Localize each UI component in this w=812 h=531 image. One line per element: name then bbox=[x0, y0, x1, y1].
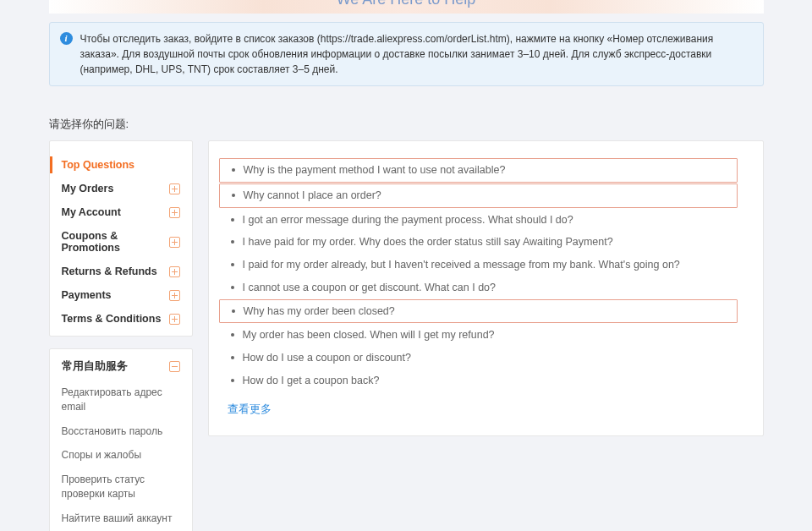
notice-text: Чтобы отследить заказ, войдите в список … bbox=[80, 31, 753, 77]
selfservice-title-text: 常用自助服务 bbox=[62, 359, 128, 374]
selfservice-item-0[interactable]: Редактировать адрес email bbox=[62, 380, 180, 419]
category-label: Coupons & Promotions bbox=[62, 230, 169, 254]
question-list: Why is the payment method I want to use … bbox=[219, 158, 738, 392]
question-item-9[interactable]: How do I get a coupon back? bbox=[219, 370, 738, 392]
plus-icon[interactable] bbox=[169, 183, 180, 194]
see-more-link[interactable]: 查看更多 bbox=[219, 392, 738, 419]
category-item-4[interactable]: Returns & Refunds bbox=[50, 260, 192, 283]
question-item-6[interactable]: Why has my order been closed? bbox=[219, 299, 738, 324]
category-list: Top QuestionsMy OrdersMy AccountCoupons … bbox=[49, 140, 193, 337]
category-label: Payments bbox=[62, 289, 112, 301]
plus-icon[interactable] bbox=[169, 207, 180, 218]
category-label: Terms & Conditions bbox=[62, 313, 162, 325]
plus-icon[interactable] bbox=[169, 237, 180, 248]
question-item-5[interactable]: I cannot use a coupon or get discount. W… bbox=[219, 276, 738, 299]
category-item-6[interactable]: Terms & Conditions bbox=[50, 307, 192, 331]
select-question-prompt: 请选择你的问题: bbox=[49, 117, 764, 132]
question-item-4[interactable]: I paid for my order already, but I haven… bbox=[219, 254, 738, 276]
category-item-3[interactable]: Coupons & Promotions bbox=[50, 224, 192, 260]
question-item-1[interactable]: Why cannot I place an order? bbox=[219, 183, 738, 208]
info-icon: i bbox=[60, 32, 73, 45]
selfservice-card: 常用自助服务 Редактировать адрес emailВосстано… bbox=[49, 348, 193, 531]
question-item-3[interactable]: I have paid for my order. Why does the o… bbox=[219, 231, 738, 254]
selfservice-title: 常用自助服务 bbox=[62, 359, 180, 374]
banner: We Are Here to Help bbox=[49, 0, 764, 14]
category-label: My Account bbox=[62, 206, 121, 218]
questions-card: Why is the payment method I want to use … bbox=[208, 140, 764, 436]
main-content: Why is the payment method I want to use … bbox=[208, 140, 764, 436]
tracking-notice: i Чтобы отследить заказ, войдите в списо… bbox=[49, 22, 764, 86]
banner-tagline: We Are Here to Help bbox=[337, 0, 476, 8]
question-item-0[interactable]: Why is the payment method I want to use … bbox=[219, 158, 738, 183]
category-label: My Orders bbox=[62, 183, 114, 194]
sidebar: Top QuestionsMy OrdersMy AccountCoupons … bbox=[49, 140, 193, 531]
minus-icon[interactable] bbox=[169, 361, 180, 372]
plus-icon[interactable] bbox=[169, 314, 180, 325]
selfservice-item-4[interactable]: Найтите ваший аккаунт bbox=[62, 506, 180, 531]
category-label: Returns & Refunds bbox=[62, 266, 157, 277]
question-item-2[interactable]: I got an error message during the paymen… bbox=[219, 209, 738, 232]
category-item-1[interactable]: My Orders bbox=[50, 177, 192, 200]
category-item-5[interactable]: Payments bbox=[50, 283, 192, 307]
selfservice-item-3[interactable]: Проверить статус проверки карты bbox=[62, 468, 180, 506]
plus-icon[interactable] bbox=[169, 266, 180, 277]
category-item-2[interactable]: My Account bbox=[50, 200, 192, 224]
category-item-0[interactable]: Top Questions bbox=[50, 153, 192, 177]
question-item-8[interactable]: How do I use a coupon or discount? bbox=[219, 347, 738, 370]
plus-icon[interactable] bbox=[169, 290, 180, 301]
question-item-7[interactable]: My order has been closed. When will I ge… bbox=[219, 324, 738, 347]
selfservice-item-2[interactable]: Споры и жалобы bbox=[62, 443, 180, 468]
selfservice-item-1[interactable]: Восстановить пароль bbox=[62, 419, 180, 444]
category-label: Top Questions bbox=[62, 159, 135, 171]
